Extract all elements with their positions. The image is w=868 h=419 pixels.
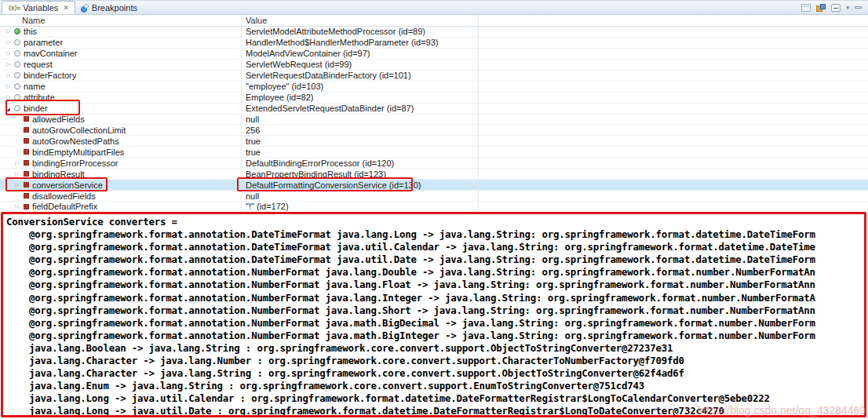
tree-collapse-icon[interactable]: ◢ [6, 106, 14, 111]
variable-value: DefaultFormattingConversionService (id=1… [242, 180, 479, 190]
variable-value: DefaultBindingErrorProcessor (id=120) [242, 158, 479, 168]
table-row[interactable]: ▷binderFactoryServletRequestDataBinderFa… [0, 71, 868, 82]
variable-value: true [242, 147, 479, 157]
row-filler [479, 93, 868, 103]
tree-expand-icon[interactable]: ▷ [6, 61, 14, 67]
tree-expand-icon[interactable]: ▷ [6, 94, 14, 100]
variable-value: ServletWebRequest (id=99) [242, 60, 479, 70]
variable-value: ServletRequestDataBinderFactory (id=101) [242, 71, 479, 81]
tab-variables[interactable]: (x)= Variables ✕ [2, 1, 75, 14]
variable-value: null [242, 115, 479, 125]
minimize-icon[interactable] [855, 6, 862, 9]
row-filler [479, 104, 868, 114]
detail-line: @org.springframework.format.annotation.N… [6, 292, 868, 304]
variable-name: autoGrowCollectionLimit [32, 126, 126, 135]
detail-line: @org.springframework.format.annotation.D… [6, 228, 868, 241]
table-row[interactable]: ▷name"employee" (id=103) [0, 82, 868, 93]
variable-value: BeanPropertyBindingResult (id=123) [242, 169, 479, 179]
table-row[interactable]: allowedFieldsnull [0, 115, 868, 126]
local-variable-icon [14, 94, 20, 100]
tab-breakpoints[interactable]: Breakpoints [75, 1, 143, 14]
tab-variables-label: Variables [23, 3, 58, 13]
collapse-all-icon[interactable] [831, 4, 841, 12]
variable-value: HandlerMethod$HandlerMethodParameter (id… [242, 38, 479, 48]
table-row[interactable]: ▷attributeEmployee (id=82) [0, 93, 868, 104]
column-header-name[interactable]: Name [0, 15, 242, 26]
variable-name: conversionService [32, 180, 103, 190]
detail-line: @org.springframework.format.annotation.N… [6, 330, 868, 342]
local-variable-icon [14, 72, 20, 78]
show-logical-structure-icon[interactable] [816, 4, 826, 12]
variable-name: disallowedFields [32, 191, 96, 201]
table-row[interactable]: disallowedFieldsnull [0, 191, 868, 202]
table-row[interactable]: ◢binderExtendedServletRequestDataBinder … [0, 104, 868, 115]
row-filler [479, 169, 868, 179]
variable-value: Employee (id=82) [242, 93, 479, 103]
public-variable-icon [14, 28, 20, 35]
private-field-icon [24, 127, 29, 133]
row-filler [479, 82, 868, 92]
variable-value: true [242, 136, 479, 146]
private-field-icon [24, 160, 29, 166]
variable-name: request [24, 60, 53, 69]
variable-name: bindEmptyMultipartFiles [32, 148, 124, 157]
private-field-icon [24, 116, 29, 122]
detail-line: @org.springframework.format.annotation.N… [6, 317, 868, 330]
tree-expand-icon[interactable]: ▷ [6, 39, 14, 46]
tree-expand-icon[interactable]: ▷ [15, 160, 23, 166]
tree-expand-icon[interactable]: ▷ [15, 171, 23, 177]
private-field-icon [24, 138, 29, 144]
tree-expand-icon[interactable]: ▷ [6, 50, 14, 56]
detail-pane[interactable]: ConversionService converters =@org.sprin… [0, 213, 868, 419]
table-row[interactable]: ▷conversionServiceDefaultFormattingConve… [0, 180, 868, 191]
detail-line: @org.springframework.format.annotation.N… [6, 279, 868, 291]
table-row[interactable]: autoGrowNestedPathstrue [0, 136, 868, 147]
tree-expand-icon[interactable]: ▷ [15, 203, 23, 210]
row-filler [479, 60, 868, 70]
table-row[interactable]: bindEmptyMultipartFilestrue [0, 147, 868, 158]
row-filler [479, 49, 868, 59]
detail-line: java.lang.Long -> java.util.Date : org.s… [6, 405, 868, 417]
table-row[interactable]: ▷bindingErrorProcessorDefaultBindingErro… [0, 158, 868, 169]
row-filler [479, 71, 868, 81]
table-row[interactable]: autoGrowCollectionLimit256 [0, 125, 868, 136]
detail-line: java.lang.Long -> java.util.Calendar : o… [6, 392, 868, 405]
table-row[interactable]: ▷thisServletModelAttributeMethodProcesso… [0, 27, 868, 38]
table-row[interactable]: ▷fieldDefaultPrefix"!" (id=172) [0, 202, 868, 213]
variable-name: mavContainer [24, 49, 77, 58]
show-columns-icon[interactable] [801, 4, 811, 12]
close-icon[interactable]: ✕ [63, 4, 69, 12]
variable-value: ExtendedServletRequestDataBinder (id=87) [242, 104, 479, 114]
tree-expand-icon[interactable]: ▷ [6, 72, 14, 78]
table-row[interactable]: ▷parameterHandlerMethod$HandlerMethodPar… [0, 38, 868, 49]
detail-line: ConversionService converters = [6, 216, 868, 228]
local-variable-icon [14, 61, 20, 67]
variable-value: 256 [242, 125, 479, 135]
variables-view-window: (x)= Variables ✕ Breakpoints ▾ Name Valu… [0, 0, 868, 419]
table-row[interactable]: ▷requestServletWebRequest (id=99) [0, 60, 868, 71]
variable-name: bindingResult [32, 169, 85, 179]
row-filler [479, 27, 868, 37]
variable-name: bindingErrorProcessor [32, 158, 118, 168]
variable-name: fieldDefaultPrefix [32, 202, 97, 211]
view-menu-icon[interactable]: ▾ [846, 5, 849, 11]
row-filler [479, 180, 868, 190]
column-header-value[interactable]: Value [242, 15, 479, 26]
variable-name: allowedFields [32, 115, 85, 124]
variable-name: parameter [24, 38, 63, 47]
row-filler [479, 191, 868, 201]
private-field-icon [24, 182, 29, 188]
local-variable-icon [14, 83, 20, 89]
row-filler [479, 136, 868, 146]
private-field-icon [24, 149, 29, 155]
row-filler [479, 202, 868, 212]
tree-expand-icon[interactable]: ▷ [15, 182, 23, 188]
table-row[interactable]: ▷mavContainerModelAndViewContainer (id=9… [0, 49, 868, 60]
row-filler [479, 115, 868, 125]
variable-value: "employee" (id=103) [242, 82, 479, 92]
tree-expand-icon[interactable]: ▷ [6, 28, 14, 35]
view-tab-bar: (x)= Variables ✕ Breakpoints ▾ [0, 1, 868, 15]
tree-expand-icon[interactable]: ▷ [6, 83, 14, 89]
table-row[interactable]: ▷bindingResultBeanPropertyBindingResult … [0, 169, 868, 180]
detail-line: @org.springframework.format.annotation.N… [6, 266, 868, 279]
